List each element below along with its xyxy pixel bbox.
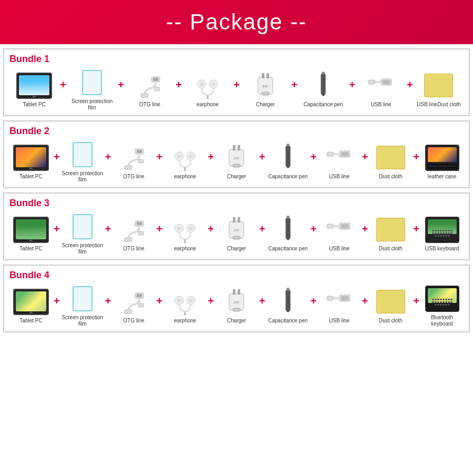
svg-marker-38	[286, 167, 290, 168]
bundle-item: Tablet PC	[9, 215, 53, 252]
charger-image: PP	[227, 144, 246, 171]
svg-text:PP: PP	[234, 228, 240, 233]
item-image-container	[372, 143, 409, 172]
earphone-image	[194, 73, 221, 99]
svg-point-39	[286, 144, 290, 147]
svg-rect-59	[286, 218, 290, 239]
svg-rect-55	[233, 217, 235, 222]
bundle-item: PP Charger	[215, 143, 258, 180]
svg-point-61	[286, 216, 290, 219]
item-image-container	[167, 287, 203, 316]
item-image-container	[424, 143, 460, 172]
svg-point-27	[177, 154, 181, 158]
item-label: USB lineDust cloth	[417, 102, 460, 108]
item-image-container	[74, 68, 110, 97]
bundle-item: Screen protection film	[61, 212, 104, 255]
item-label: USB line	[329, 246, 349, 252]
svg-marker-16	[322, 95, 325, 96]
plus-separator: +	[361, 295, 369, 307]
item-image-container	[189, 71, 226, 100]
item-label: earphone	[174, 318, 196, 324]
item-label: Bluetooth keyboard	[420, 315, 464, 327]
svg-rect-85	[341, 296, 348, 300]
svg-rect-37	[286, 146, 290, 167]
bundle-item: earphone	[163, 287, 207, 324]
item-label: Charger	[227, 174, 246, 180]
svg-rect-12	[266, 73, 269, 78]
otg-image	[119, 145, 148, 171]
bt-keyboard-image	[425, 286, 459, 312]
item-label: earphone	[197, 102, 219, 108]
bundle-section-bundle2: Bundle 2 Tablet PC + Screen protection f…	[3, 120, 470, 188]
film-image	[82, 70, 102, 95]
bundle-item: USB line	[356, 71, 406, 108]
item-image-container	[424, 284, 460, 313]
tablet-image	[13, 145, 49, 171]
bundle-item: Dust cloth	[369, 287, 412, 324]
film-image	[73, 214, 92, 239]
svg-rect-67	[137, 294, 142, 297]
plus-separator: +	[232, 79, 241, 91]
svg-rect-19	[383, 80, 390, 84]
svg-rect-65	[327, 224, 333, 228]
tablet-image	[16, 73, 52, 99]
svg-rect-87	[327, 296, 333, 300]
plus-separator: +	[361, 223, 369, 235]
item-image-container	[270, 287, 306, 316]
item-label: Capacitance pen	[268, 246, 307, 252]
bundle-item: earphone	[183, 71, 232, 108]
item-label: Dust cloth	[379, 174, 402, 180]
item-image-container	[372, 215, 409, 244]
bundle-item: OTG line	[112, 215, 156, 252]
item-label: OTG line	[124, 174, 145, 180]
item-label: USB keyboard	[425, 246, 459, 252]
svg-rect-47	[138, 231, 143, 235]
pen-image	[284, 143, 292, 172]
item-image-container	[13, 215, 49, 244]
plus-separator: +	[412, 151, 420, 163]
bundle-item: Tablet PC	[9, 287, 53, 324]
item-image-container	[363, 71, 399, 100]
svg-point-51	[189, 226, 193, 230]
bundle-item: earphone	[163, 143, 207, 180]
svg-point-7	[211, 82, 215, 86]
svg-rect-57	[233, 236, 240, 239]
svg-rect-24	[125, 166, 132, 169]
svg-point-29	[189, 154, 193, 158]
bundle-row-bundle2: Tablet PC + Screen protection film + OTG…	[9, 140, 464, 183]
item-label: Screen protection film	[61, 170, 104, 183]
bundle-item: USB line	[318, 215, 361, 252]
bundle-item: earphone	[163, 215, 207, 252]
svg-rect-34	[238, 145, 240, 150]
cloth-image	[424, 74, 453, 97]
bundles-container: Bundle 1 Tablet PC + Screen protection f…	[0, 48, 473, 332]
item-image-container	[64, 140, 101, 169]
svg-point-5	[200, 82, 204, 86]
plus-separator: +	[258, 223, 266, 235]
item-label: Dust cloth	[379, 246, 402, 252]
item-image-container: PP	[218, 287, 255, 316]
item-image-container	[321, 287, 358, 316]
bundle-item: USB line	[318, 143, 361, 180]
item-image-container: PP	[218, 215, 255, 244]
plus-separator: +	[310, 295, 318, 307]
bundle-title-bundle2: Bundle 2	[9, 126, 49, 137]
bundle-item: USB lineDust cloth	[414, 71, 464, 108]
page-header: -- Package --	[0, 0, 473, 44]
bundle-item: Capacitance pen	[266, 215, 310, 252]
bundle-item: Screen protection film	[61, 284, 104, 327]
svg-rect-33	[233, 145, 235, 150]
item-label: Dust cloth	[379, 318, 402, 324]
svg-rect-79	[233, 308, 240, 311]
svg-rect-3	[155, 87, 160, 91]
svg-rect-43	[327, 152, 333, 156]
svg-text:PP: PP	[234, 156, 240, 161]
bundle-item: Capacitance pen	[266, 287, 310, 324]
bundle-item: PP Charger	[241, 71, 290, 108]
item-image-container	[13, 287, 49, 316]
item-image-container	[116, 143, 152, 172]
plus-separator: +	[310, 223, 318, 235]
svg-rect-69	[138, 303, 143, 307]
svg-rect-13	[262, 92, 269, 95]
bundle-section-bundle4: Bundle 4 Tablet PC + Screen protection f…	[3, 265, 470, 332]
